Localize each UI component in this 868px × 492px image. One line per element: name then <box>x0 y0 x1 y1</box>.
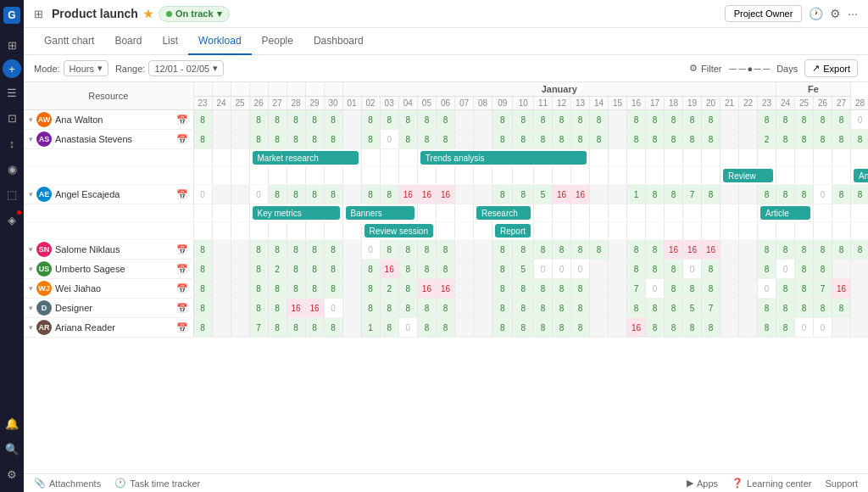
cell-value: 8 <box>646 110 664 129</box>
calendar-icon[interactable]: 📅 <box>176 283 188 294</box>
history-icon[interactable]: 🕐 <box>809 7 823 20</box>
sidebar-add-icon[interactable]: + <box>3 59 21 78</box>
cell-value: 16 <box>553 185 570 204</box>
cell-value: 8 <box>832 185 850 204</box>
cell-value: 8 <box>553 318 570 337</box>
cell-value: 8 <box>627 130 645 148</box>
sidebar-chart-icon[interactable]: ◉ <box>1 158 23 180</box>
calendar-icon[interactable]: 📅 <box>176 264 188 275</box>
sidebar-menu-icon[interactable]: ☰ <box>1 81 23 103</box>
table-row: ▾ SN Salome Niklaus 📅 888888088888888888… <box>24 240 868 260</box>
cell-value: 8 <box>325 130 342 148</box>
task-bar[interactable]: Analysis <box>854 169 868 182</box>
filter-button[interactable]: ⚙ Filter <box>689 63 721 74</box>
tab-board[interactable]: Board <box>104 28 152 55</box>
tab-dashboard[interactable]: Dashboard <box>303 28 374 55</box>
tab-gantt[interactable]: Gantt chart <box>34 28 104 55</box>
task-bar[interactable]: Market research <box>253 151 359 165</box>
calendar-icon[interactable]: 📅 <box>176 303 188 314</box>
sidebar-search-icon[interactable]: 🔍 <box>1 438 23 460</box>
cell-value: 8 <box>492 299 513 317</box>
cell-value: 16 <box>437 185 454 204</box>
tab-people[interactable]: People <box>252 28 303 55</box>
cell-value: 0 <box>814 318 832 337</box>
cell-value: 8 <box>418 318 436 337</box>
sidebar-layout-icon[interactable]: ⬚ <box>1 183 23 205</box>
settings-icon[interactable]: ⚙ <box>830 7 841 20</box>
header-actions: Project Owner 🕐 ⚙ ··· <box>725 5 858 22</box>
cell-value: 8 <box>776 279 794 298</box>
export-button[interactable]: ↗ Export <box>804 59 858 77</box>
sidebar-home-icon[interactable]: ⊞ <box>1 34 23 56</box>
task-bar[interactable]: Banners <box>346 206 415 220</box>
task-bar[interactable]: Trends analysis <box>420 151 587 165</box>
collapse-icon[interactable]: ▾ <box>29 323 33 332</box>
cell-value: 8 <box>758 240 776 259</box>
task-bar[interactable]: Article <box>760 206 810 220</box>
task-bar[interactable]: Review <box>723 169 773 182</box>
cell-value: 8 <box>194 279 212 298</box>
cell-value: 8 <box>492 260 513 278</box>
sidebar-bell-icon[interactable]: 🔔 <box>1 412 23 434</box>
tab-list[interactable]: List <box>152 28 188 55</box>
sidebar-sort-icon[interactable]: ↕ <box>1 132 23 154</box>
collapse-icon[interactable]: ▾ <box>29 284 33 293</box>
collapse-icon[interactable]: ▾ <box>29 190 33 198</box>
tab-workload[interactable]: Workload <box>188 28 251 55</box>
cell-value: 16 <box>832 279 850 298</box>
sidebar-grid-icon[interactable]: ⊡ <box>1 107 23 129</box>
cell-value: 8 <box>832 110 850 129</box>
footer: 📎 Attachments 🕐 Task time tracker ▶ Apps… <box>24 473 868 492</box>
day-20: 20 <box>702 97 721 110</box>
learning-center-link[interactable]: ❓ Learning center <box>732 478 811 489</box>
calendar-icon[interactable]: 📅 <box>176 134 188 145</box>
status-badge[interactable]: On track ▾ <box>159 6 230 22</box>
support-link[interactable]: Support <box>825 478 858 489</box>
task-tracker-link[interactable]: 🕐 Task time tracker <box>114 478 200 489</box>
cell-value: 8 <box>665 110 682 129</box>
february-header: Fe <box>776 82 851 97</box>
person-name-cell: ▾ AE Angel Escajeda 📅 <box>24 185 193 204</box>
calendar-icon[interactable]: 📅 <box>176 322 188 333</box>
cell-value: 7 <box>627 279 645 298</box>
range-dropdown[interactable]: 12/01 - 02/05 ▾ <box>148 60 224 76</box>
cell-value: 8 <box>571 279 589 298</box>
more-icon[interactable]: ··· <box>848 7 858 20</box>
sidebar-msg-icon[interactable]: ◈ <box>1 209 23 231</box>
cell-value: 8 <box>758 318 776 337</box>
mode-dropdown[interactable]: Hours ▾ <box>64 60 108 76</box>
collapse-icon[interactable]: ▾ <box>29 265 33 273</box>
day-26: 26 <box>249 97 268 110</box>
task-bar[interactable]: Report <box>495 224 531 238</box>
collapse-icon[interactable]: ▾ <box>29 135 33 143</box>
cell-value: 8 <box>795 240 813 259</box>
cell-value: 8 <box>553 240 570 259</box>
filter-icon: ⚙ <box>689 63 698 74</box>
collapse-icon[interactable]: ▾ <box>29 245 33 254</box>
task-bar[interactable]: Review session <box>364 224 433 238</box>
avatar: SN <box>36 242 52 257</box>
cell-value: 16 <box>306 299 324 317</box>
calendar-icon[interactable]: 📅 <box>176 189 188 200</box>
learning-icon: ❓ <box>732 478 743 489</box>
cell-value: 8 <box>776 185 794 204</box>
star-icon[interactable]: ★ <box>143 8 153 20</box>
attachments-link[interactable]: 📎 Attachments <box>34 478 101 489</box>
calendar-icon[interactable]: 📅 <box>176 244 188 255</box>
project-owner-button[interactable]: Project Owner <box>725 5 803 22</box>
app-logo[interactable]: G <box>0 0 24 31</box>
cell-value: 8 <box>492 318 513 337</box>
collapse-icon[interactable]: ▾ <box>29 115 33 124</box>
toolbar: Mode: Hours ▾ Range: 12/01 - 02/05 ▾ ⚙ F… <box>24 55 868 82</box>
days-slider[interactable]: ⸺⸺●⸺⸺ <box>728 64 771 74</box>
person-name: Salome Niklaus <box>55 244 120 254</box>
calendar-icon[interactable]: 📅 <box>176 115 188 126</box>
task-bar[interactable]: Research <box>476 206 531 220</box>
task-bar[interactable]: Key metrics <box>253 206 340 220</box>
cell-value: 8 <box>362 260 380 278</box>
cell-value: 8 <box>814 260 832 278</box>
table-row: ▾ AW Ana Walton 📅 8888888888888888888888… <box>24 110 868 130</box>
sidebar-settings-icon[interactable]: ⚙ <box>1 463 23 485</box>
collapse-icon[interactable]: ▾ <box>29 304 33 312</box>
apps-link[interactable]: ▶ Apps <box>687 478 718 489</box>
